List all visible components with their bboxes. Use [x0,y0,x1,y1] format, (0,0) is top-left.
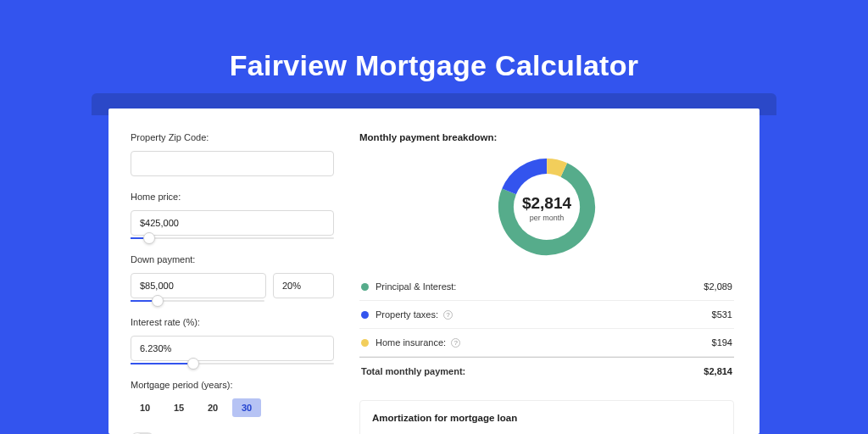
donut-center-amount: $2,814 [522,194,572,212]
interest-slider-fill [131,363,193,364]
interest-slider-thumb[interactable] [187,358,199,370]
home-price-field-group: Home price: [131,192,334,239]
home-price-slider[interactable] [131,237,334,239]
breakdown-title: Monthly payment breakdown: [359,132,734,142]
period-btn-15[interactable]: 15 [164,398,193,417]
help-icon[interactable]: ? [451,338,460,348]
zip-label: Property Zip Code: [131,132,334,142]
legend-label-principal: Principal & Interest: [376,281,456,292]
legend-row-insurance: Home insurance: ? $194 [359,329,734,357]
period-field-group: Mortgage period (years): 10 15 20 30 [131,380,334,417]
down-payment-field-group: Down payment: [131,254,334,302]
legend-label-insurance: Home insurance: [376,337,446,348]
period-btn-20[interactable]: 20 [198,398,227,417]
interest-label: Interest rate (%): [131,317,334,327]
donut-center-label: per month [530,214,565,222]
period-btn-30[interactable]: 30 [232,398,261,417]
interest-field-group: Interest rate (%): [131,317,334,364]
swatch-blue-icon [361,311,369,319]
breakdown-column: Monthly payment breakdown: $2,814 per mo… [359,132,734,434]
legend-row-principal: Principal & Interest: $2,089 [359,273,734,301]
interest-slider[interactable] [131,363,334,364]
down-payment-label: Down payment: [131,254,334,264]
home-price-label: Home price: [131,192,334,202]
legend-val-insurance: $194 [712,337,732,348]
donut-chart: $2,814 per month [494,154,599,259]
zip-field-group: Property Zip Code: [131,132,334,176]
period-label: Mortgage period (years): [131,380,334,390]
home-price-slider-thumb[interactable] [143,232,155,244]
help-icon[interactable]: ? [443,310,453,320]
legend-label-total: Total monthly payment: [361,366,465,376]
amortization-title: Amortization for mortgage loan [372,413,721,423]
down-payment-pct-input[interactable] [273,273,334,298]
swatch-yellow-icon [361,339,369,347]
donut-chart-wrap: $2,814 per month [359,154,734,259]
legend-val-principal: $2,089 [704,281,732,292]
form-column: Property Zip Code: Home price: Down paym… [131,132,334,434]
down-payment-slider-thumb[interactable] [152,295,164,307]
calculator-card: Property Zip Code: Home price: Down paym… [108,108,760,434]
period-btn-10[interactable]: 10 [131,398,159,417]
legend-row-total: Total monthly payment: $2,814 [359,357,734,385]
swatch-green-icon [361,283,369,291]
page-title: Fairview Mortgage Calculator [0,49,868,82]
home-price-input[interactable] [131,210,334,236]
zip-input[interactable] [131,151,334,176]
down-payment-slider[interactable] [131,300,264,302]
interest-input[interactable] [131,336,334,361]
down-payment-input[interactable] [131,273,266,298]
legend-label-taxes: Property taxes: [376,309,438,320]
amortization-card: Amortization for mortgage loan Amortizat… [359,400,734,434]
legend-row-taxes: Property taxes: ? $531 [359,301,734,329]
period-button-row: 10 15 20 30 [131,398,334,417]
legend-val-taxes: $531 [712,309,732,320]
legend-val-total: $2,814 [704,366,732,376]
